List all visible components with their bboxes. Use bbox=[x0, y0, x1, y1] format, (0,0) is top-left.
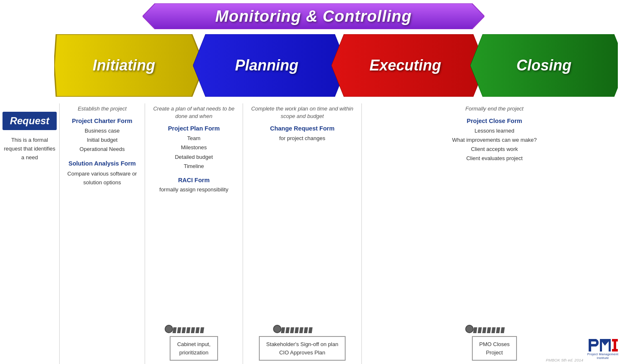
raci-form: RACI Form formally assign responsibility bbox=[149, 177, 238, 194]
svg-rect-9 bbox=[186, 327, 191, 333]
solution-analysis-form: Solution Analysis Form Compare various s… bbox=[63, 160, 141, 187]
close-form-title: Project Close Form bbox=[366, 118, 623, 124]
svg-rect-16 bbox=[290, 327, 294, 333]
executing-gate: Stakeholder's Sign-off on plan CIO Appro… bbox=[247, 324, 357, 364]
phase-closing: Closing bbox=[470, 34, 618, 97]
closing-gate: PMO Closes Project bbox=[366, 324, 623, 364]
planning-gate: Cabinet input, prioritization bbox=[149, 324, 238, 364]
change-request-form: Change Request Form for project changes bbox=[247, 125, 357, 143]
executing-gate-box: Stakeholder's Sign-off on plan CIO Appro… bbox=[259, 336, 346, 361]
change-item-1: for project changes bbox=[247, 134, 357, 143]
planning-subtitle: Create a plan of what needs to be done a… bbox=[149, 105, 238, 120]
initiating-subtitle: Establish the project bbox=[63, 105, 141, 113]
request-description: This is a formal request that identifies… bbox=[0, 136, 59, 162]
svg-rect-25 bbox=[487, 327, 491, 333]
svg-point-5 bbox=[165, 325, 173, 333]
svg-rect-15 bbox=[286, 327, 290, 333]
request-section: Request This is a formal request that id… bbox=[0, 103, 59, 364]
phase-executing: Executing bbox=[331, 34, 479, 97]
closing-subtitle: Formally end the project bbox=[366, 105, 623, 113]
plan-item-2: Milestones bbox=[149, 143, 238, 152]
col-planning: Create a plan of what needs to be done a… bbox=[145, 103, 243, 364]
svg-rect-22 bbox=[473, 327, 477, 333]
executing-label: Executing bbox=[369, 57, 441, 74]
svg-rect-27 bbox=[496, 327, 500, 333]
phase-planning: Planning bbox=[193, 34, 341, 97]
svg-rect-8 bbox=[182, 327, 186, 333]
planning-gate-label: Cabinet input, prioritization bbox=[177, 341, 211, 356]
pmbok-label: PMBOK 5th ed. 2014 bbox=[546, 358, 583, 362]
closing-gate-label: PMO Closes Project bbox=[479, 341, 510, 356]
svg-rect-18 bbox=[299, 327, 303, 333]
plan-form-title: Project Plan Form bbox=[149, 125, 238, 132]
svg-rect-24 bbox=[482, 327, 487, 333]
svg-rect-14 bbox=[281, 327, 285, 333]
charter-item-2: Initial budget bbox=[63, 136, 141, 145]
col-closing: Formally end the project Project Close F… bbox=[361, 103, 627, 364]
svg-rect-20 bbox=[308, 327, 313, 333]
close-item-4: Client evaluates project bbox=[366, 154, 623, 163]
col-executing: Complete the work plan on time and withi… bbox=[243, 103, 361, 364]
project-charter-form: Project Charter Form Business case Initi… bbox=[63, 118, 141, 154]
svg-rect-17 bbox=[295, 327, 299, 333]
raci-form-title: RACI Form bbox=[149, 177, 238, 183]
svg-rect-26 bbox=[492, 327, 496, 333]
solution-form-title: Solution Analysis Form bbox=[63, 160, 141, 168]
plan-item-3: Detailed budget bbox=[149, 153, 238, 162]
svg-rect-37 bbox=[612, 349, 618, 351]
close-item-1: Lessons learned bbox=[366, 126, 623, 136]
svg-rect-12 bbox=[200, 327, 204, 333]
closing-gate-box: PMO Closes Project bbox=[472, 336, 517, 361]
svg-point-21 bbox=[466, 325, 473, 333]
plan-item-4: Timeline bbox=[149, 162, 238, 171]
svg-rect-23 bbox=[478, 327, 482, 333]
svg-rect-36 bbox=[614, 341, 616, 349]
close-item-3: Client accepts work bbox=[366, 145, 623, 154]
initiating-label: Initiating bbox=[93, 57, 155, 74]
closing-label: Closing bbox=[517, 57, 572, 74]
raci-item-1: formally assign responsibility bbox=[149, 186, 238, 194]
svg-rect-6 bbox=[173, 327, 177, 333]
charter-item-1: Business case bbox=[63, 126, 141, 136]
svg-rect-19 bbox=[304, 327, 308, 333]
charter-form-title: Project Charter Form bbox=[63, 118, 141, 124]
solution-item-1: Compare various software or solution opt… bbox=[63, 170, 141, 187]
pmi-logo: Project Management Institute bbox=[586, 339, 619, 360]
planning-label: Planning bbox=[235, 57, 298, 74]
project-plan-form: Project Plan Form Team Milestones Detail… bbox=[149, 125, 238, 171]
col-initiating: Establish the project Project Charter Fo… bbox=[59, 103, 145, 364]
change-form-title: Change Request Form bbox=[247, 125, 357, 132]
pmi-sublabel: Project Management Institute bbox=[586, 352, 619, 360]
executing-gate-label: Stakeholder's Sign-off on plan CIO Appro… bbox=[266, 341, 339, 356]
monitoring-title: Monitoring & Controlling bbox=[215, 8, 411, 25]
svg-point-13 bbox=[273, 325, 281, 333]
close-item-2: What improvements can we make? bbox=[366, 136, 623, 145]
svg-rect-35 bbox=[612, 339, 618, 341]
plan-item-1: Team bbox=[149, 134, 238, 143]
phase-initiating: Initiating bbox=[54, 34, 202, 97]
charter-item-3: Operational Needs bbox=[63, 145, 141, 154]
svg-rect-11 bbox=[196, 327, 200, 333]
executing-subtitle: Complete the work plan on time and withi… bbox=[247, 105, 357, 120]
planning-gate-box: Cabinet input, prioritization bbox=[170, 336, 218, 361]
request-box: Request bbox=[3, 112, 57, 130]
close-form: Project Close Form Lessons learned What … bbox=[366, 118, 623, 163]
svg-rect-28 bbox=[501, 327, 505, 333]
svg-rect-7 bbox=[177, 327, 181, 333]
svg-rect-10 bbox=[191, 327, 195, 333]
